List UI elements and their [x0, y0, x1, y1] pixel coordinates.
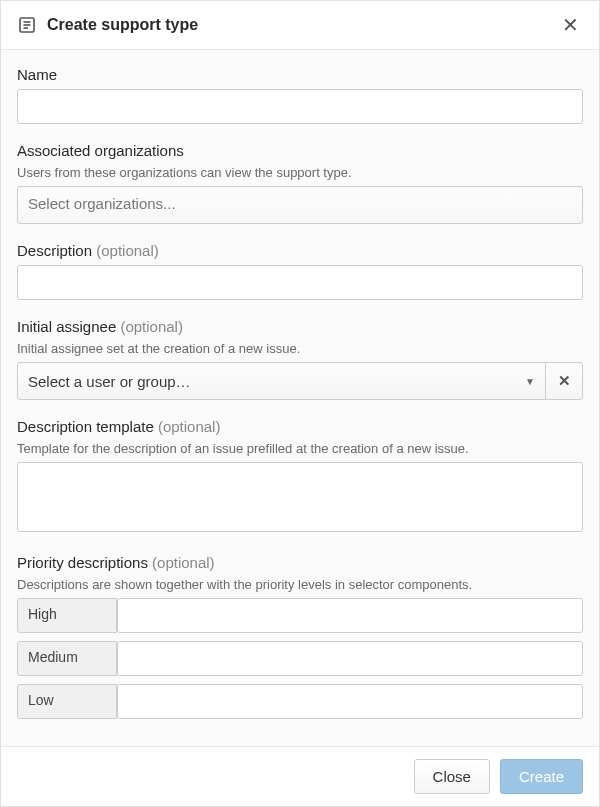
chevron-down-icon: ▼: [525, 376, 535, 387]
modal-header: Create support type ✕: [1, 1, 599, 50]
name-label: Name: [17, 66, 583, 83]
priority-row-high: High: [17, 598, 583, 633]
assignee-row: Select a user or group… ▼ ✕: [17, 362, 583, 400]
close-icon[interactable]: ✕: [558, 13, 583, 37]
priority-level-medium: Medium: [17, 641, 117, 676]
priority-input-high[interactable]: [117, 598, 583, 633]
orgs-hint: Users from these organizations can view …: [17, 165, 583, 180]
field-template: Description template (optional) Template…: [17, 418, 583, 536]
field-description: Description (optional): [17, 242, 583, 300]
field-orgs: Associated organizations Users from thes…: [17, 142, 583, 224]
assignee-clear-button[interactable]: ✕: [545, 362, 583, 400]
priority-row-low: Low: [17, 684, 583, 719]
x-icon: ✕: [558, 372, 571, 390]
priority-input-low[interactable]: [117, 684, 583, 719]
assignee-select[interactable]: Select a user or group… ▼: [17, 362, 546, 400]
orgs-select[interactable]: Select organizations...: [17, 186, 583, 224]
priority-input-medium[interactable]: [117, 641, 583, 676]
modal-title: Create support type: [47, 16, 548, 34]
create-support-type-modal: Create support type ✕ Name Associated or…: [0, 0, 600, 807]
assignee-placeholder: Select a user or group…: [28, 373, 191, 390]
modal-body: Name Associated organizations Users from…: [1, 50, 599, 746]
priority-row-medium: Medium: [17, 641, 583, 676]
priority-level-high: High: [17, 598, 117, 633]
description-label: Description (optional): [17, 242, 583, 259]
field-assignee: Initial assignee (optional) Initial assi…: [17, 318, 583, 400]
name-input[interactable]: [17, 89, 583, 124]
document-icon: [17, 15, 37, 35]
priority-label: Priority descriptions (optional): [17, 554, 583, 571]
assignee-label: Initial assignee (optional): [17, 318, 583, 335]
template-input[interactable]: [17, 462, 583, 532]
template-label: Description template (optional): [17, 418, 583, 435]
priority-hint: Descriptions are shown together with the…: [17, 577, 583, 592]
create-button[interactable]: Create: [500, 759, 583, 794]
modal-footer: Close Create: [1, 746, 599, 806]
orgs-placeholder: Select organizations...: [28, 195, 176, 212]
priority-level-low: Low: [17, 684, 117, 719]
close-button[interactable]: Close: [414, 759, 490, 794]
field-name: Name: [17, 66, 583, 124]
description-input[interactable]: [17, 265, 583, 300]
field-priority: Priority descriptions (optional) Descrip…: [17, 554, 583, 719]
orgs-label: Associated organizations: [17, 142, 583, 159]
assignee-hint: Initial assignee set at the creation of …: [17, 341, 583, 356]
template-hint: Template for the description of an issue…: [17, 441, 583, 456]
